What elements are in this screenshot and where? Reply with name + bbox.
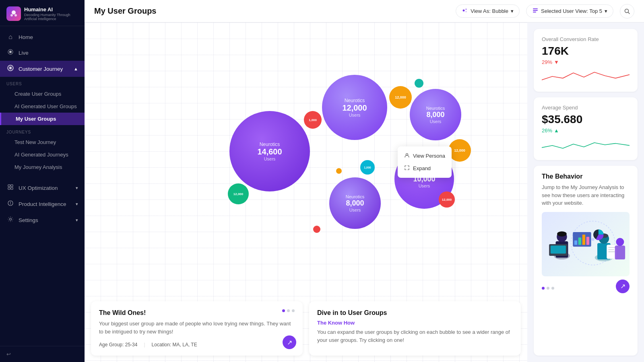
logo: Humaine AI Decoding Humanity Through Art…: [0, 0, 85, 26]
behavior-illustration: [542, 212, 630, 276]
bubble-red-left[interactable]: 1,000: [304, 111, 322, 129]
svg-rect-8: [11, 185, 13, 187]
bubble-red-tiny-bottom[interactable]: [313, 226, 320, 233]
conversion-change: 29% ▼: [542, 59, 630, 65]
svg-point-41: [616, 238, 624, 246]
logout-btn[interactable]: ↩: [6, 351, 78, 357]
bubble-label: Neurotics: [426, 106, 445, 111]
sidebar-item-ai-generated-journeys[interactable]: AI Generated Journeys: [0, 148, 85, 161]
sidebar: Humaine AI Decoding Humanity Through Art…: [0, 0, 85, 362]
bubble-yellow-tiny[interactable]: [336, 168, 342, 174]
bubble-chart[interactable]: Neurotics 14,600 Users Neurotics 12,000 …: [85, 23, 527, 362]
search-button[interactable]: [620, 4, 634, 19]
svg-rect-46: [586, 237, 589, 245]
settings-chevron: ▾: [76, 218, 78, 223]
bubble-neurotics-12000[interactable]: Neurotics 12,000 Users: [322, 75, 387, 140]
behavior-title: The Behavior: [542, 173, 630, 180]
logo-icon: [6, 6, 21, 21]
dot-2: [287, 309, 290, 312]
ai-user-groups-label: AI Generated User Groups: [14, 103, 77, 109]
svg-point-3: [9, 51, 12, 53]
sidebar-item-customer-journey[interactable]: Customer Journey ▲: [0, 61, 85, 77]
sidebar-item-ai-user-groups[interactable]: AI Generated User Groups: [0, 100, 85, 113]
popup-view-persona[interactable]: View Persona: [398, 150, 452, 162]
svg-rect-9: [8, 187, 10, 189]
card-dots: [282, 309, 295, 312]
test-new-journey-label: Test New Journey: [14, 139, 56, 145]
wild-ones-arrow[interactable]: ↗: [283, 335, 296, 349]
user-view-label: Selected User View: Top 5: [541, 8, 602, 14]
bubble-value: 12,000: [395, 95, 406, 99]
bubble-value: 14,600: [257, 147, 282, 156]
bubble-value: 12,000: [233, 192, 243, 196]
svg-rect-37: [608, 247, 615, 248]
product-intelligence-label: Product Intelligence: [19, 201, 66, 207]
dot-active: [542, 287, 545, 290]
expand-icon: [404, 165, 410, 172]
bubble-orange-top[interactable]: 12,000: [389, 86, 412, 109]
spend-value: $35.680: [542, 113, 630, 126]
sidebar-item-settings[interactable]: Settings ▾: [0, 212, 85, 228]
down-arrow-icon: ▼: [554, 59, 559, 65]
bubble-teal-left[interactable]: 12,000: [228, 183, 249, 204]
header: My User Groups View As: Bubble ▾: [85, 0, 644, 23]
bubble-cyan-mid[interactable]: 1,000: [360, 160, 375, 175]
user-view-btn[interactable]: Selected User View: Top 5 ▾: [526, 4, 613, 18]
dive-in-desc: You can expand the user groups by clicki…: [317, 328, 513, 344]
conversion-rate-card: Overall Conversion Rate 176K 29% ▼: [534, 29, 638, 92]
dot-3: [551, 287, 554, 290]
sidebar-item-home[interactable]: ⌂ Home: [0, 29, 85, 45]
svg-rect-39: [608, 251, 615, 252]
customer-journey-icon: [6, 65, 14, 73]
list-icon: [532, 7, 539, 15]
bubble-red-bottom-right[interactable]: 12,000: [439, 191, 455, 208]
view-as-btn[interactable]: View As: Bubble ▾: [456, 4, 520, 18]
behavior-dots: [542, 287, 554, 290]
dive-in-subtitle: The Know How: [317, 320, 513, 326]
dive-in-title: Dive in to User Groups: [317, 309, 513, 317]
wild-ones-title: The Wild Ones!: [99, 309, 295, 317]
svg-rect-19: [533, 10, 538, 11]
dot-1: [282, 309, 285, 312]
bubble-neurotics-14600[interactable]: Neurotics 14,600 Users: [229, 111, 310, 191]
sidebar-item-create-user-groups[interactable]: Create User Groups: [0, 88, 85, 100]
behavior-card: The Behavior Jump to the My Journey Anal…: [534, 166, 638, 356]
popup-expand-label: Expand: [413, 165, 431, 171]
bubble-neurotics-8000-bot[interactable]: Neurotics 8,000 Users: [329, 177, 381, 229]
settings-label: Settings: [19, 217, 38, 223]
bubble-value: 12,000: [454, 148, 465, 152]
sidebar-item-live[interactable]: Live: [0, 45, 85, 61]
svg-rect-38: [608, 249, 614, 250]
sidebar-item-test-new-journey[interactable]: Test New Journey: [0, 136, 85, 148]
svg-rect-31: [551, 246, 566, 254]
sidebar-item-my-user-groups[interactable]: My User Groups: [0, 113, 85, 125]
sidebar-item-ux-optimization[interactable]: UX Optimization ▾: [0, 180, 85, 196]
popup-expand[interactable]: Expand: [398, 162, 452, 175]
logo-title: Humaine AI: [24, 6, 78, 13]
journeys-section-label: JOURNEYS: [0, 125, 85, 136]
bubble-value: 8,000: [346, 199, 364, 208]
svg-point-17: [466, 11, 467, 12]
conversion-label: Overall Conversion Rate: [542, 36, 630, 42]
spend-sparkline: [542, 137, 630, 154]
svg-rect-10: [11, 187, 13, 189]
wild-ones-card: The Wild Ones! Your biggest user group a…: [91, 301, 303, 356]
ux-icon: [6, 184, 14, 192]
sidebar-item-home-label: Home: [19, 34, 33, 40]
svg-point-14: [10, 218, 12, 220]
header-controls: View As: Bubble ▾ Selected User View: To…: [456, 4, 634, 19]
behavior-desc: Jump to the My Journey Analysis to see h…: [542, 183, 630, 207]
bubble-value: 8,000: [426, 111, 444, 119]
bubble-teal-top[interactable]: [415, 79, 423, 88]
sidebar-item-product-intelligence[interactable]: Product Intelligence ▾: [0, 196, 85, 212]
create-user-groups-label: Create User Groups: [14, 91, 61, 97]
bubble-popup: View Persona Expand: [398, 146, 452, 178]
bubble-value: 1,000: [309, 118, 317, 122]
logo-subtitle: Decoding Humanity Through Artificial Int…: [24, 13, 78, 21]
behavior-arrow[interactable]: ↗: [616, 280, 630, 293]
svg-rect-43: [574, 241, 577, 245]
logout-icon: ↩: [6, 351, 11, 357]
sidebar-item-my-journey-analysis[interactable]: My Journey Analysis: [0, 161, 85, 173]
bubble-orange-right[interactable]: 12,000: [448, 139, 471, 162]
bubble-neurotics-8000-tr[interactable]: Neurotics 8,000 Users: [410, 89, 461, 140]
